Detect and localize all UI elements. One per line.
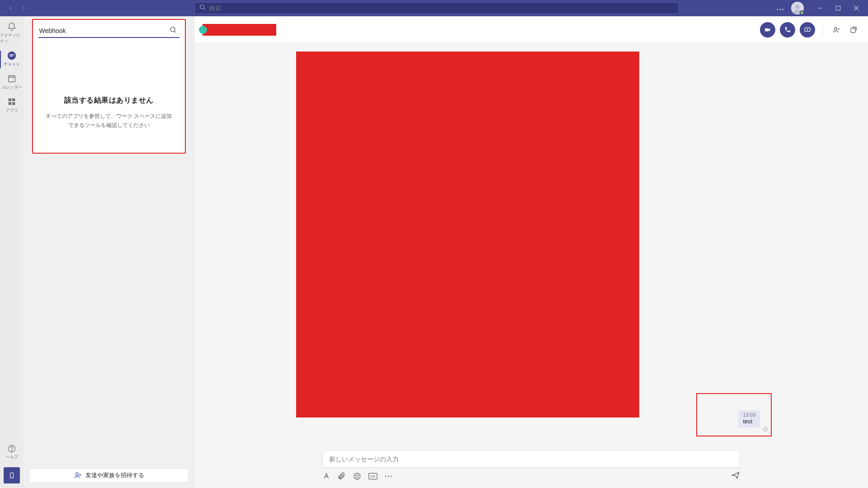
- svg-point-25: [358, 475, 359, 476]
- svg-rect-11: [9, 102, 11, 105]
- app-rail: アクティビティ チャット カレンダー アプリ ヘルプ: [0, 16, 24, 488]
- nav-forward-button[interactable]: [18, 3, 29, 14]
- svg-point-1: [777, 9, 778, 10]
- rail-activity[interactable]: アクティビティ: [0, 19, 24, 48]
- global-search[interactable]: [194, 2, 679, 14]
- chat-messages[interactable]: 13:03 test: [194, 43, 868, 450]
- invite-button-label: 友達や家族を招待する: [85, 471, 144, 479]
- composer: GIF: [194, 450, 868, 488]
- rail-help[interactable]: ヘルプ: [0, 441, 24, 464]
- rail-mobile-button[interactable]: [4, 467, 20, 483]
- gif-button[interactable]: GIF: [368, 473, 377, 480]
- titlebar: [0, 0, 868, 16]
- svg-rect-18: [765, 28, 769, 31]
- svg-point-7: [8, 52, 16, 60]
- chat-header: [194, 16, 868, 43]
- svg-point-29: [388, 476, 389, 477]
- presence-available-icon: [800, 10, 804, 15]
- no-results-title: 該当する結果はありません: [45, 96, 173, 105]
- screen-share-button[interactable]: [800, 22, 815, 38]
- svg-rect-21: [851, 28, 855, 33]
- apps-search-input[interactable]: [38, 24, 179, 38]
- left-panel: 該当する結果はありません すべてのアプリを参照して、ワーク スペースに追加できる…: [24, 16, 194, 488]
- svg-point-0: [200, 5, 204, 9]
- emoji-button[interactable]: [353, 472, 361, 480]
- message-text: test: [743, 418, 755, 425]
- apps-search-panel: 該当する結果はありません すべてのアプリを参照して、ワーク スペースに追加できる…: [32, 19, 186, 154]
- svg-point-17: [75, 473, 78, 475]
- rail-item-label: チャット: [4, 61, 20, 67]
- svg-rect-6: [836, 6, 840, 10]
- video-call-button[interactable]: [760, 22, 775, 38]
- search-icon[interactable]: [170, 26, 177, 35]
- svg-point-28: [385, 476, 387, 477]
- nav-back-button[interactable]: [5, 3, 16, 14]
- rail-item-label: アクティビティ: [0, 33, 24, 44]
- rail-apps[interactable]: アプリ: [0, 94, 24, 117]
- message-highlight: 13:03 test: [696, 393, 772, 436]
- message-status-icon: [763, 426, 768, 434]
- global-search-input[interactable]: [209, 5, 674, 12]
- rail-chat[interactable]: チャット: [0, 48, 24, 71]
- svg-point-24: [356, 475, 357, 476]
- svg-text:GIF: GIF: [370, 475, 375, 478]
- svg-rect-10: [12, 99, 15, 101]
- svg-point-5: [795, 5, 800, 9]
- popout-button[interactable]: [847, 23, 860, 36]
- svg-point-23: [354, 473, 360, 479]
- invite-button[interactable]: 友達や家族を招待する: [29, 468, 189, 483]
- message-time: 13:03: [743, 412, 755, 418]
- svg-point-16: [170, 27, 175, 32]
- format-button[interactable]: [322, 472, 330, 480]
- more-tools-button[interactable]: [385, 475, 392, 477]
- redacted-content: [296, 52, 639, 418]
- message-bubble[interactable]: 13:03 test: [738, 410, 760, 427]
- chat-title-redacted: [203, 24, 276, 36]
- rail-help-label: ヘルプ: [6, 454, 18, 460]
- window-close-button[interactable]: [847, 0, 865, 16]
- svg-rect-8: [9, 76, 15, 82]
- more-button[interactable]: [773, 4, 788, 12]
- chat-area: 13:03 test: [194, 16, 868, 488]
- svg-point-20: [835, 27, 837, 29]
- svg-rect-9: [9, 99, 11, 101]
- svg-point-14: [11, 450, 12, 451]
- audio-call-button[interactable]: [780, 22, 795, 38]
- rail-item-label: アプリ: [6, 108, 18, 113]
- composer-input[interactable]: [329, 455, 733, 463]
- rail-calendar[interactable]: カレンダー: [0, 71, 24, 94]
- add-people-button[interactable]: [830, 23, 843, 36]
- svg-point-30: [391, 476, 392, 477]
- window-maximize-button[interactable]: [829, 0, 847, 16]
- search-icon: [199, 4, 206, 12]
- rail-item-label: カレンダー: [2, 84, 22, 90]
- svg-point-3: [783, 9, 784, 10]
- no-results-subtitle: すべてのアプリを参照して、ワーク スペースに追加できるツールを確認してください: [45, 112, 173, 130]
- svg-rect-12: [12, 102, 15, 105]
- attach-button[interactable]: [338, 472, 346, 480]
- svg-point-2: [780, 9, 781, 10]
- divider: [822, 23, 823, 36]
- svg-point-22: [764, 427, 768, 432]
- send-button[interactable]: [731, 471, 740, 482]
- composer-input-wrap[interactable]: [322, 450, 740, 468]
- avatar[interactable]: [791, 2, 804, 14]
- window-minimize-button[interactable]: [811, 0, 829, 16]
